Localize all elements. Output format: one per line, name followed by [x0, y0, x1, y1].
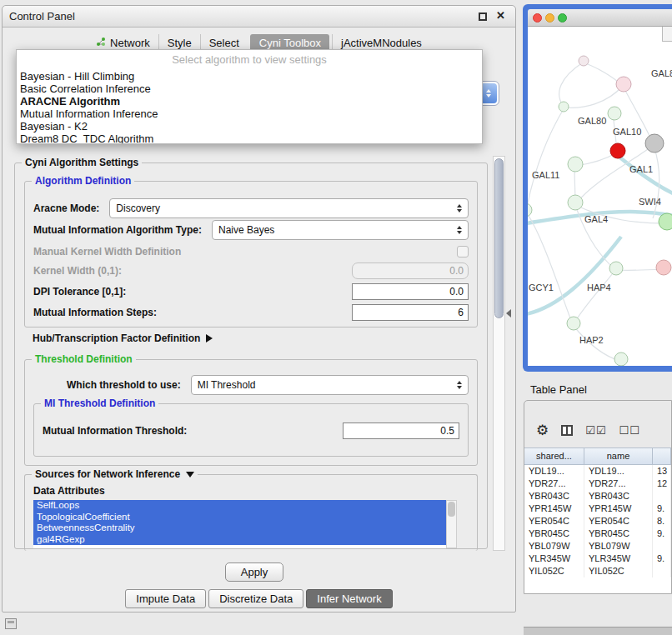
- table-row[interactable]: YBL079WYBL079W: [524, 540, 671, 552]
- dropdown-item-basic-correlation-inference[interactable]: Basic Correlation Inference: [17, 82, 482, 95]
- table-cell: 13: [653, 465, 671, 478]
- table-row[interactable]: YER054CYER054C8.: [524, 515, 671, 528]
- network-node[interactable]: [616, 77, 631, 92]
- network-node[interactable]: [579, 56, 589, 66]
- algorithm-definition-group: Algorithm Definition Aracne Mode: Discov…: [24, 181, 478, 328]
- table-cell: YDL19...: [524, 465, 584, 478]
- node-label-gal80: GAL80: [578, 116, 606, 126]
- dropdown-item-mutual-information-inference[interactable]: Mutual Information Inference: [17, 108, 482, 120]
- chevron-right-icon: [206, 334, 213, 342]
- scrollbar-thumb[interactable]: [448, 502, 455, 517]
- which-threshold-value: MI Threshold: [198, 379, 256, 391]
- network-node[interactable]: [608, 107, 621, 120]
- attribute-betweennesscentrality[interactable]: BetweennessCentrality: [33, 522, 457, 534]
- table-toolbar: ⚙ ☑☑ ☐☐: [524, 419, 671, 441]
- mi-steps-row: Mutual Information Steps: 6: [33, 304, 469, 321]
- columns-icon[interactable]: [561, 425, 573, 436]
- network-node[interactable]: [614, 352, 628, 366]
- which-threshold-label: Which threshold to use:: [67, 379, 181, 391]
- tab-infer-network[interactable]: Infer Network: [306, 589, 392, 608]
- dropdown-item-bayesian-hill-climbing[interactable]: Bayesian - Hill Climbing: [17, 70, 482, 82]
- manual-kernel-label: Manual Kernel Width Definition: [33, 246, 181, 258]
- tab-label: jActiveMNodules: [341, 37, 422, 49]
- network-node[interactable]: [568, 195, 583, 210]
- network-node[interactable]: [568, 157, 583, 172]
- dropdown-item-dream8-dc-tdc-algorithm[interactable]: Dream8 DC_TDC Algorithm: [17, 132, 482, 144]
- tab-discretize-data[interactable]: Discretize Data: [208, 589, 303, 608]
- settings-group-title: Cyni Algorithm Settings: [22, 157, 142, 168]
- mi-steps-label: Mutual Information Steps:: [33, 307, 157, 318]
- table-row[interactable]: YPR145WYPR145W9.: [524, 502, 671, 515]
- mi-type-select[interactable]: Naive Bayes: [212, 220, 469, 240]
- dropdown-item-bayesian-k2[interactable]: Bayesian - K2: [17, 120, 482, 132]
- table-row[interactable]: YIL052CYIL052C: [524, 565, 671, 578]
- dpi-tolerance-label: DPI Tolerance [0,1]:: [33, 286, 126, 298]
- select-all-checkboxes-icon[interactable]: ☑☑: [585, 424, 606, 437]
- attribute-gal4rgexp[interactable]: gal4RGexp: [33, 534, 457, 546]
- table-cell: [653, 565, 671, 578]
- network-node[interactable]: [656, 260, 671, 275]
- control-panel-titlebar[interactable]: Control Panel ✕: [3, 6, 515, 28]
- mi-type-label: Mutual Information Algorithm Type:: [33, 224, 202, 236]
- column-header-extra[interactable]: [653, 448, 671, 465]
- hub-definition-toggle[interactable]: Hub/Transcription Factor Definition: [33, 332, 213, 344]
- table-row[interactable]: YDR27...YDR27...12: [524, 478, 671, 490]
- data-attributes-label: Data Attributes: [33, 485, 105, 497]
- tab-label: Network: [110, 37, 150, 49]
- kernel-width-row: Kernel Width (0,1): 0.0: [33, 262, 469, 279]
- column-header-name[interactable]: name: [584, 448, 653, 465]
- aracne-mode-select[interactable]: Discovery: [109, 198, 469, 218]
- network-node[interactable]: [659, 213, 672, 230]
- mi-steps-field[interactable]: 6: [352, 304, 469, 321]
- splitter-collapse-arrow[interactable]: [506, 309, 511, 318]
- network-node[interactable]: [645, 134, 664, 152]
- column-header-shared[interactable]: shared...: [524, 448, 584, 465]
- table-cell: YLR345W: [524, 552, 584, 565]
- mi-threshold-label: Mutual Information Threshold:: [43, 425, 187, 437]
- hidden-panel-icon[interactable]: [5, 618, 17, 629]
- table-row[interactable]: YDL19...YDL19...13: [524, 465, 671, 478]
- network-node[interactable]: [567, 317, 580, 330]
- scrollbar-thumb[interactable]: [494, 158, 504, 318]
- data-attributes-list[interactable]: SelfLoopsTopologicalCoefficientBetweenne…: [33, 500, 457, 548]
- sources-toggle[interactable]: Sources for Network Inference: [32, 468, 198, 480]
- manual-kernel-checkbox[interactable]: [457, 246, 469, 258]
- kernel-width-field[interactable]: 0.0: [352, 262, 469, 279]
- network-node[interactable]: [610, 143, 625, 158]
- attributes-list-scrollbar[interactable]: [446, 500, 457, 548]
- table-row[interactable]: YBR043CYBR043C: [524, 490, 671, 502]
- table-row[interactable]: YLR345WYLR345W9.: [524, 552, 671, 565]
- table-cell: YBR043C: [584, 490, 653, 502]
- network-canvas[interactable]: GAL8GAL80GAL10GAL11GAL1SWI4GAL4GCY1HAP4H…: [528, 27, 672, 366]
- float-window-icon[interactable]: [479, 12, 487, 21]
- tab-impute-data[interactable]: Impute Data: [125, 589, 206, 608]
- tab-label: Style: [168, 37, 192, 49]
- network-node[interactable]: [528, 203, 532, 217]
- network-node[interactable]: [559, 102, 569, 112]
- threshold-definition-title: Threshold Definition: [32, 353, 136, 365]
- network-node[interactable]: [609, 262, 623, 275]
- mi-threshold-field[interactable]: 0.5: [343, 422, 459, 439]
- close-traffic-light-icon[interactable]: [533, 13, 542, 22]
- attribute-topologicalcoefficient[interactable]: TopologicalCoefficient: [33, 512, 457, 523]
- deselect-all-checkboxes-icon[interactable]: ☐☐: [619, 424, 640, 437]
- dropdown-item-aracne-algorithm[interactable]: ARACNE Algorithm: [17, 95, 482, 108]
- node-label-hap4: HAP4: [587, 282, 611, 292]
- network-window-titlebar[interactable]: [528, 9, 672, 27]
- mi-threshold-row: Mutual Information Threshold: 0.5: [43, 422, 459, 439]
- zoom-traffic-light-icon[interactable]: [558, 13, 567, 22]
- attribute-selfloops[interactable]: SelfLoops: [33, 500, 457, 512]
- apply-button[interactable]: Apply: [225, 562, 283, 582]
- dpi-tolerance-field[interactable]: 0.0: [352, 283, 469, 300]
- settings-scrollbar[interactable]: [493, 156, 505, 551]
- which-threshold-select[interactable]: MI Threshold: [191, 375, 469, 395]
- tab-label: Cyni Toolbox: [259, 37, 321, 49]
- minimize-traffic-light-icon[interactable]: [545, 13, 554, 22]
- gear-icon[interactable]: ⚙: [536, 423, 549, 438]
- node-label-hap2: HAP2: [579, 335, 604, 345]
- table-body: YDL19...YDL19...13YDR27...YDR27...12YBR0…: [524, 465, 671, 578]
- table-row[interactable]: YBR045CYBR045C9.: [524, 528, 671, 540]
- network-view-window: GAL8GAL80GAL10GAL11GAL1SWI4GAL4GCY1HAP4H…: [523, 4, 672, 372]
- table-cell: YIL052C: [524, 565, 584, 578]
- close-icon[interactable]: ✕: [496, 9, 505, 22]
